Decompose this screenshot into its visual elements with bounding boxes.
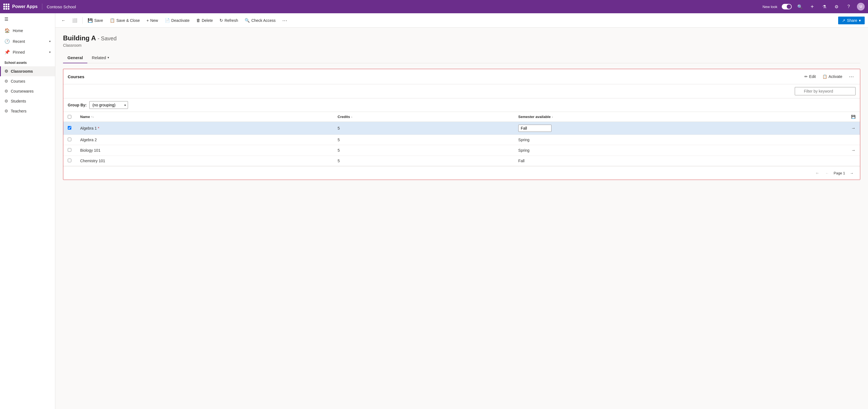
sidebar-item-recent[interactable]: 🕐 Recent ▾ [0, 36, 55, 47]
check-access-button[interactable]: 🔍 Check Access [242, 16, 278, 25]
add-icon[interactable]: + [808, 3, 816, 10]
section-more-button[interactable]: ⋯ [847, 72, 856, 81]
save-col-icon: 💾 [851, 115, 856, 119]
section-activate-button[interactable]: 📋 Activate [821, 73, 844, 80]
save-button[interactable]: 💾 Save [85, 16, 106, 25]
row-name-cell: Biology 101 [76, 145, 333, 156]
row-credits-cell: 5 [333, 145, 514, 156]
credits-sort-icon[interactable]: ↓ [351, 115, 352, 118]
share-icon: ↗ [842, 18, 845, 23]
col-credits[interactable]: Credits ↓ [333, 112, 514, 122]
refresh-label: Refresh [224, 18, 238, 23]
top-nav: Power Apps Contoso School New look 🔍 + ⚗… [0, 0, 868, 13]
page-next-button[interactable]: → [848, 169, 856, 177]
row-name-cell: Algebra 2 [76, 135, 333, 145]
new-icon: + [147, 18, 149, 23]
back-icon: ← [61, 18, 65, 23]
teachers-icon: ⚙ [4, 108, 8, 114]
semester-sort-icon[interactable]: ↓ [552, 115, 553, 118]
save-close-icon: 📋 [110, 18, 115, 23]
row-credits: 5 [338, 137, 340, 142]
back-button[interactable]: ← [59, 16, 68, 24]
page-prev-button[interactable]: ← [823, 169, 831, 177]
row-checkbox[interactable] [68, 148, 71, 152]
row-semester-cell: Spring [514, 145, 847, 156]
filter-icon[interactable]: ⚗ [820, 3, 828, 10]
sidebar-item-pinned[interactable]: 📌 Pinned ▾ [0, 47, 55, 58]
tab-general[interactable]: General [63, 53, 87, 63]
coursewares-icon: ⚙ [4, 89, 8, 94]
students-icon: ⚙ [4, 99, 8, 104]
recent-label: Recent [13, 39, 25, 44]
pinned-chevron: ▾ [49, 51, 51, 54]
sidebar-item-home[interactable]: 🏠 Home [0, 25, 55, 36]
row-checkbox[interactable] [68, 159, 71, 162]
col-name[interactable]: Name ↑↓ [76, 112, 333, 122]
sidebar-item-students[interactable]: ⚙ Students [0, 96, 55, 106]
delete-button[interactable]: 🗑 Delete [193, 16, 216, 24]
share-label: Share [847, 18, 857, 23]
required-star: * [98, 126, 99, 130]
deactivate-icon: 📄 [165, 18, 170, 23]
row-semester-cell: Spring [514, 135, 847, 145]
settings-icon[interactable]: ⚙ [833, 3, 840, 10]
check-access-icon: 🔍 [245, 18, 250, 23]
courses-section: Courses ✏ Edit 📋 Activate ⋯ [63, 69, 860, 180]
save-close-label: Save & Close [116, 18, 140, 23]
section-actions: ✏ Edit 📋 Activate ⋯ [803, 72, 856, 81]
school-assets-section-label: School assets [0, 58, 55, 66]
deactivate-button[interactable]: 📄 Deactivate [162, 16, 192, 25]
semester-input[interactable] [518, 125, 552, 132]
help-icon[interactable]: ? [845, 3, 852, 10]
sidebar-item-courses[interactable]: ⚙ Courses [0, 76, 55, 86]
sidebar-item-teachers[interactable]: ⚙ Teachers [0, 106, 55, 116]
section-header: Courses ✏ Edit 📋 Activate ⋯ [63, 69, 860, 84]
share-button[interactable]: ↗ Share ▾ [838, 17, 865, 24]
filter-input[interactable] [795, 87, 856, 95]
row-name: Algebra 1 [80, 126, 97, 130]
deactivate-label: Deactivate [172, 18, 190, 23]
waffle-icon[interactable] [3, 4, 9, 10]
restore-icon: ⬜ [72, 18, 78, 23]
filter-bar: 🔍 [63, 84, 860, 98]
row-checkbox[interactable] [68, 137, 71, 141]
related-chevron: ▾ [107, 56, 109, 59]
row-nav-cell[interactable]: → [847, 122, 860, 135]
sidebar: ☰ 🏠 Home 🕐 Recent ▾ 📌 Pinned ▾ School as… [0, 13, 55, 409]
name-sort-icon[interactable]: ↑↓ [91, 115, 94, 118]
select-all-checkbox[interactable] [68, 115, 71, 119]
tab-related[interactable]: Related ▾ [87, 53, 114, 63]
row-credits-cell: 5 [333, 156, 514, 166]
more-button[interactable]: ⋯ [279, 16, 290, 25]
new-button[interactable]: + New [144, 16, 161, 24]
section-more-icon: ⋯ [849, 73, 854, 80]
page-label: Page 1 [833, 171, 846, 175]
new-look-toggle[interactable] [782, 4, 792, 9]
classrooms-label: Classrooms [11, 69, 33, 73]
save-close-button[interactable]: 📋 Save & Close [107, 16, 143, 25]
main-layout: ☰ 🏠 Home 🕐 Recent ▾ 📌 Pinned ▾ School as… [0, 13, 868, 409]
group-by-label: Group By: [68, 103, 87, 107]
restore-button[interactable]: ⬜ [69, 16, 80, 25]
refresh-button[interactable]: ↻ Refresh [217, 16, 241, 25]
group-by-select[interactable]: (no grouping) [89, 101, 128, 109]
row-checkbox[interactable] [68, 126, 71, 130]
delete-label: Delete [202, 18, 213, 23]
section-edit-button[interactable]: ✏ Edit [803, 73, 817, 80]
refresh-icon: ↻ [219, 18, 223, 23]
page-first-button[interactable]: ⇤ [814, 169, 822, 177]
courses-icon: ⚙ [4, 79, 8, 84]
group-by-select-wrapper: (no grouping) ▾ [89, 101, 128, 109]
table-row: Algebra 1 * 5 → [63, 122, 860, 135]
save-icon: 💾 [88, 18, 93, 23]
hamburger-menu[interactable]: ☰ [0, 13, 55, 25]
sidebar-item-classrooms[interactable]: ⚙ Classrooms [0, 66, 55, 76]
row-nav-cell[interactable]: → [847, 145, 860, 156]
row-semester: Spring [518, 137, 529, 142]
user-avatar[interactable]: U [857, 3, 865, 10]
col-semester[interactable]: Semester available ↓ [514, 112, 847, 122]
sidebar-item-coursewares[interactable]: ⚙ Coursewares [0, 86, 55, 96]
row-semester: Fall [518, 159, 525, 163]
search-icon[interactable]: 🔍 [796, 3, 804, 10]
courses-label: Courses [11, 79, 25, 84]
